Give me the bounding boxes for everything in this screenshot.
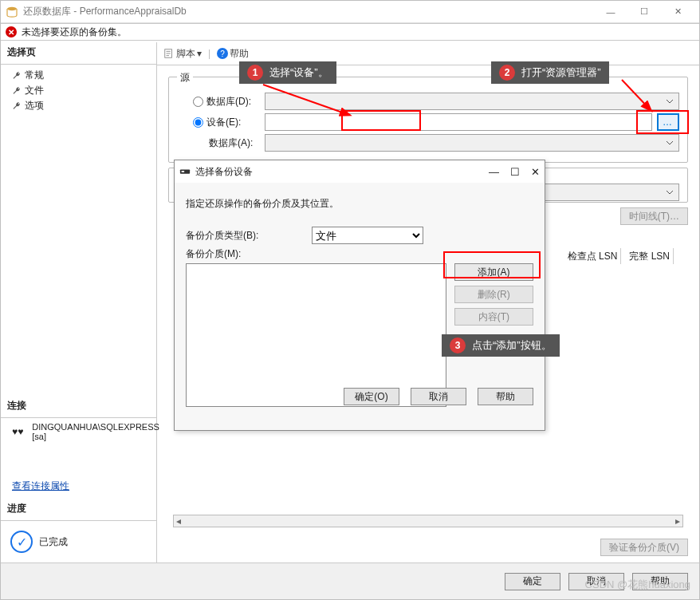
source-dbname-combo[interactable] — [265, 134, 679, 152]
horizontal-scrollbar[interactable]: ◂ ▸ — [173, 515, 683, 527]
titlebar: 还原数据库 - PerformanceAppraisalDb — ☐ ✕ — [1, 1, 699, 23]
select-backup-device-dialog: 选择备份设备 — ☐ ✕ 指定还原操作的备份介质及其位置。 备份介质类型(B):… — [174, 160, 545, 431]
svg-rect-3 — [182, 171, 185, 172]
connection-server: ♥♥ DINGQUANHUA\SQLEXPRESS [sa] — [7, 421, 150, 442]
modal-cancel-button[interactable]: 取消 — [411, 388, 466, 405]
sidebar-item-general[interactable]: 常规 — [7, 68, 150, 83]
wrench-icon — [12, 101, 22, 111]
svg-point-0 — [7, 6, 17, 10]
modal-maximize-button[interactable]: ☐ — [510, 166, 520, 178]
table-headers: 检查点 LSN 完整 LSN — [564, 248, 686, 264]
source-legend: 源 — [177, 71, 193, 85]
main-footer: 确定 取消 帮助 — [1, 562, 699, 599]
error-icon: ✕ — [6, 26, 17, 38]
wrench-icon — [12, 71, 22, 81]
modal-titlebar: 选择备份设备 — ☐ ✕ — [175, 160, 545, 183]
cancel-button[interactable]: 取消 — [568, 573, 624, 590]
minimize-button[interactable]: — — [594, 2, 627, 22]
error-bar: ✕ 未选择要还原的备份集。 — [1, 23, 699, 41]
chevron-down-icon — [664, 187, 675, 198]
check-icon: ✓ — [10, 531, 33, 553]
modal-close-button[interactable]: ✕ — [531, 166, 540, 178]
wrench-icon — [12, 86, 22, 96]
modal-title: 选择备份设备 — [195, 165, 489, 179]
verify-media-button: 验证备份介质(V) — [600, 539, 688, 556]
chevron-down-icon — [664, 137, 675, 148]
callout-2-number: 2 — [499, 65, 515, 81]
sidebar-header-progress: 进度 — [7, 502, 150, 515]
callout-1-text: 选择“设备”。 — [269, 65, 328, 80]
close-button[interactable]: ✕ — [661, 2, 694, 22]
callout-2-text: 打开“资源管理器” — [521, 65, 601, 80]
timeline-button: 时间线(T)… — [620, 207, 688, 225]
scroll-right-button[interactable]: ▸ — [673, 516, 682, 526]
media-type-select[interactable]: 文件 — [312, 227, 423, 244]
toolbar: 脚本 ▾ | ?帮助 — [160, 44, 696, 63]
maximize-button[interactable]: ☐ — [627, 2, 661, 22]
add-button[interactable]: 添加(A) — [454, 263, 533, 281]
sidebar-item-files[interactable]: 文件 — [7, 83, 150, 98]
callout-1: 1 选择“设备”。 — [239, 61, 336, 84]
modal-ok-button[interactable]: 确定(O) — [344, 388, 399, 405]
script-icon — [163, 48, 175, 59]
view-connection-link[interactable]: 查看连接属性 — [12, 480, 69, 493]
scroll-left-button[interactable]: ◂ — [174, 516, 183, 526]
callout-1-number: 1 — [247, 65, 263, 81]
sidebar-item-options[interactable]: 选项 — [7, 98, 150, 113]
db-icon — [6, 6, 18, 18]
browse-button[interactable]: … — [657, 113, 679, 131]
media-type-label: 备份介质类型(B): — [186, 229, 305, 243]
help-button[interactable]: 帮助 — [632, 573, 688, 590]
source-db-label: 数据库(A): — [177, 136, 265, 150]
sidebar-header-connection: 连接 — [7, 399, 150, 412]
callout-3-text: 点击“添加”按钮。 — [472, 338, 552, 353]
contents-button: 内容(T) — [454, 308, 533, 326]
progress-indicator: ✓ 已完成 — [7, 524, 150, 559]
media-label: 备份介质(M): — [186, 247, 305, 261]
window-title: 还原数据库 - PerformanceAppraisalDb — [23, 5, 594, 18]
modal-help-button[interactable]: 帮助 — [478, 388, 533, 405]
device-icon — [179, 166, 191, 177]
help-icon: ? — [217, 48, 228, 59]
remove-button: 删除(R) — [454, 286, 533, 303]
source-db-combo[interactable] — [265, 93, 679, 110]
chevron-down-icon — [664, 96, 675, 107]
col-checkpoint-lsn[interactable]: 检查点 LSN — [564, 248, 622, 264]
radio-device[interactable]: 设备(E): — [177, 116, 265, 129]
callout-3: 3 点击“添加”按钮。 — [442, 334, 560, 357]
device-path-input[interactable] — [265, 113, 652, 131]
source-group: 源 数据库(D): 设备(E): … 数据库(A): — [168, 77, 688, 163]
radio-database[interactable]: 数据库(D): — [177, 95, 265, 109]
sidebar: 选择页 常规 文件 选项 连接 ♥♥ DINGQUANHUA\SQLEXPRES… — [1, 42, 157, 562]
col-full-lsn[interactable]: 完整 LSN — [626, 248, 674, 264]
sidebar-header-pages: 选择页 — [7, 45, 150, 59]
script-button[interactable]: 脚本 ▾ — [163, 47, 202, 61]
modal-minimize-button[interactable]: — — [489, 166, 499, 178]
error-text: 未选择要还原的备份集。 — [22, 26, 127, 39]
help-button[interactable]: ?帮助 — [217, 47, 249, 61]
media-listbox[interactable] — [186, 263, 446, 407]
ok-button[interactable]: 确定 — [505, 573, 560, 590]
modal-description: 指定还原操作的备份介质及其位置。 — [186, 197, 533, 211]
callout-3-number: 3 — [450, 338, 466, 353]
callout-2: 2 打开“资源管理器” — [491, 61, 609, 84]
